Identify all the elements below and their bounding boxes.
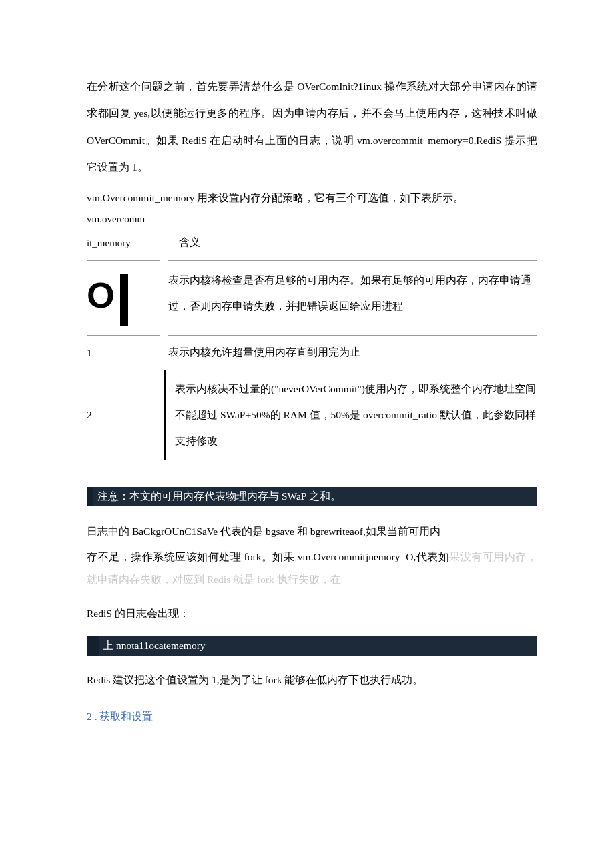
paragraph-suggestion: Redis 建议把这个值设置为 1,是为了让 fork 能够在低内存下也执行成功…	[87, 667, 537, 693]
table-header-row: vm.overcomm it_memory 含义	[87, 211, 537, 251]
row1-value: 1	[87, 347, 160, 359]
row0-bar-icon	[120, 274, 128, 326]
header-left-line1: vm.overcomm	[87, 211, 167, 227]
row0-desc: 表示内核将检查是否有足够的可用内存。如果有足够的可用内存，内存申请通过，否则内存…	[160, 261, 537, 326]
table-header-right: 含义	[167, 236, 200, 251]
table-row: 2 表示内核决不过量的("neverOVerCommit")使用内存，即系统整个…	[87, 370, 537, 460]
document-page: 在分析这个问题之前，首先要弄清楚什么是 OVerComInit?1inux 操作…	[0, 0, 614, 751]
header-left-line2: it_memory	[87, 235, 167, 251]
table-row: O 表示内核将检查是否有足够的可用内存。如果有足够的可用内存，内存申请通过，否则…	[87, 261, 537, 326]
row1-desc: 表示内核允许超量使用内存直到用完为止	[160, 336, 537, 370]
paragraph-fork: 存不足，操作系统应该如何处理 fork。如果 vm.Overcommitjnem…	[87, 546, 537, 591]
table-row: 1 表示内核允许超量使用内存直到用完为止	[87, 336, 537, 370]
paragraph-policy-intro: vm.Overcommit_memory 用来设置内存分配策略，它有三个可选值，…	[87, 190, 537, 207]
row0-value: O	[87, 277, 112, 313]
paragraph-log-appear: RediS 的日志会出现：	[87, 600, 537, 627]
row2-value: 2	[87, 409, 160, 421]
paragraph-bg-save: 日志中的 BaCkgrOUnC1SaVe 代表的是 bgsave 和 bgrew…	[87, 518, 537, 545]
note-callout: 注意：本文的可用内存代表物理内存与 SWaP 之和。	[87, 487, 537, 506]
row2-desc: 表示内核决不过量的("neverOVerCommit")使用内存，即系统整个内存…	[164, 370, 537, 460]
fork-text-black: 存不足，操作系统应该如何处理 fork。如果 vm.Overcommitjnem…	[87, 551, 449, 562]
code-callout: 上 nnota11ocatememory	[87, 636, 537, 656]
table-header-left: vm.overcomm it_memory	[87, 211, 167, 251]
paragraph-intro: 在分析这个问题之前，首先要弄清楚什么是 OVerComInit?1inux 操作…	[87, 73, 537, 181]
overcommit-table: vm.overcomm it_memory 含义 O 表示内核将检查是否有足够的…	[87, 211, 537, 461]
row0-value-cell: O	[87, 268, 160, 320]
section-2-heading: 2 . 获取和设置	[87, 710, 537, 724]
